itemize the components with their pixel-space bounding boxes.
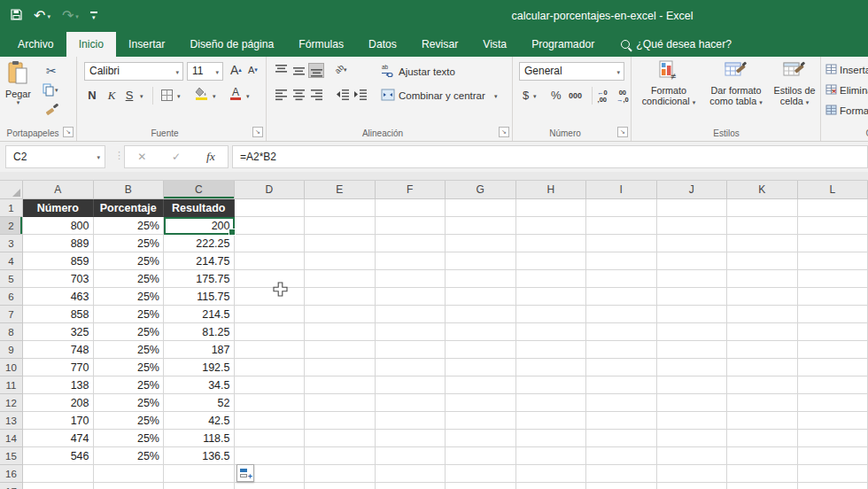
cell-B5[interactable]: 25% [94, 270, 165, 288]
cell-F15[interactable] [376, 447, 446, 465]
cell-I15[interactable] [586, 447, 657, 465]
name-box-dropdown-icon[interactable]: ▾ [97, 154, 100, 160]
cell-F7[interactable] [376, 306, 446, 323]
column-header-C[interactable]: C [164, 181, 235, 199]
cell-K4[interactable] [727, 252, 798, 270]
cell-H6[interactable] [516, 288, 587, 306]
cell-A1[interactable]: Número [23, 199, 94, 217]
cell-J1[interactable] [657, 199, 728, 217]
cell-A4[interactable]: 859 [23, 252, 94, 270]
cell-I7[interactable] [586, 306, 657, 323]
cell-H2[interactable] [516, 217, 587, 235]
column-header-K[interactable]: K [727, 181, 798, 199]
row-header-12[interactable]: 12 [0, 394, 23, 412]
cell-D11[interactable] [235, 376, 306, 394]
merge-center-dropdown-icon[interactable]: ▾ [494, 93, 498, 99]
cell-I16[interactable] [586, 465, 657, 483]
clipboard-dialog-launcher-icon[interactable]: ↘ [63, 127, 74, 137]
cell-E10[interactable] [305, 359, 376, 376]
formula-input[interactable]: =A2*B2 [232, 145, 868, 168]
cell-A7[interactable]: 858 [23, 306, 94, 323]
increase-font-size-icon[interactable]: A▴ [230, 63, 242, 77]
cell-L13[interactable] [798, 412, 868, 430]
cell-I12[interactable] [586, 394, 657, 412]
orientation-icon[interactable]: ab▾ [335, 65, 347, 74]
cell-E9[interactable] [305, 341, 376, 359]
name-box[interactable]: C2 ▾ [5, 145, 105, 168]
cell-E1[interactable] [305, 199, 376, 217]
cell-E2[interactable] [305, 217, 376, 235]
cell-A5[interactable]: 703 [23, 270, 94, 288]
row-header-10[interactable]: 10 [0, 359, 23, 376]
save-icon[interactable] [11, 8, 22, 24]
cell-L11[interactable] [798, 376, 868, 394]
cell-G10[interactable] [446, 359, 516, 376]
cell-J15[interactable] [657, 447, 728, 465]
number-dialog-launcher-icon[interactable]: ↘ [617, 127, 628, 137]
fill-color-dropdown-icon[interactable]: ▾ [213, 93, 216, 99]
cell-H9[interactable] [516, 341, 587, 359]
cell-D10[interactable] [235, 359, 306, 376]
cell-D3[interactable] [235, 235, 306, 252]
cell-K17[interactable] [727, 483, 798, 489]
cell-B8[interactable]: 25% [94, 323, 165, 341]
undo-dropdown-icon[interactable]: ▾ [47, 13, 50, 19]
cell-C3[interactable]: 222.25 [164, 235, 235, 252]
cell-D2[interactable] [235, 217, 306, 235]
decrease-indent-icon[interactable] [335, 87, 351, 102]
cell-F8[interactable] [376, 323, 446, 341]
currency-format-icon[interactable]: $ [523, 89, 529, 102]
tab-programador[interactable]: Programador [519, 32, 607, 57]
cell-B7[interactable]: 25% [94, 306, 165, 323]
cell-I2[interactable] [586, 217, 657, 235]
merge-center-label[interactable]: Combinar y centrar [399, 90, 485, 101]
tell-me-search[interactable]: ¿Qué desea hacer? [621, 32, 732, 57]
format-cells-label[interactable]: Formato [840, 105, 868, 116]
column-header-H[interactable]: H [516, 181, 587, 199]
column-header-E[interactable]: E [305, 181, 376, 199]
cell-B9[interactable]: 25% [94, 341, 165, 359]
cell-I10[interactable] [586, 359, 657, 376]
tab-archivo[interactable]: Archivo [5, 32, 66, 57]
comma-style-icon[interactable]: 000 [569, 91, 582, 100]
cell-D17[interactable] [235, 483, 306, 489]
cell-E11[interactable] [305, 376, 376, 394]
copy-icon[interactable]: ▾ [43, 83, 58, 97]
cell-G14[interactable] [446, 430, 516, 447]
cell-C16[interactable] [164, 465, 235, 483]
cell-I17[interactable] [586, 483, 657, 489]
cell-L7[interactable] [798, 306, 868, 323]
cell-E17[interactable] [305, 483, 376, 489]
cell-K11[interactable] [727, 376, 798, 394]
cell-J2[interactable] [657, 217, 728, 235]
cell-E15[interactable] [305, 447, 376, 465]
align-top-icon[interactable] [273, 63, 289, 78]
cell-B4[interactable]: 25% [94, 252, 165, 270]
cell-J6[interactable] [657, 288, 728, 306]
cell-J8[interactable] [657, 323, 728, 341]
cell-L8[interactable] [798, 323, 868, 341]
cell-E13[interactable] [305, 412, 376, 430]
currency-dropdown-icon[interactable]: ▾ [533, 93, 537, 99]
cell-I5[interactable] [586, 270, 657, 288]
bold-button[interactable]: N [85, 89, 99, 102]
cell-C9[interactable]: 187 [164, 341, 235, 359]
cell-B13[interactable]: 25% [94, 412, 165, 430]
column-header-I[interactable]: I [586, 181, 657, 199]
cell-F3[interactable] [376, 235, 446, 252]
align-bottom-icon[interactable] [308, 63, 324, 78]
cell-C11[interactable]: 34.5 [164, 376, 235, 394]
cut-icon[interactable]: ✂ [46, 64, 57, 78]
cell-H14[interactable] [516, 430, 587, 447]
cell-K6[interactable] [727, 288, 798, 306]
cell-E7[interactable] [305, 306, 376, 323]
cell-H17[interactable] [516, 483, 587, 489]
cell-J5[interactable] [657, 270, 728, 288]
cell-G4[interactable] [446, 252, 516, 270]
cell-H1[interactable] [516, 199, 587, 217]
cell-E6[interactable] [305, 288, 376, 306]
cell-G3[interactable] [446, 235, 516, 252]
customize-quick-access-icon[interactable]: ▾ [90, 12, 97, 20]
align-middle-icon[interactable] [291, 63, 306, 78]
cell-D8[interactable] [235, 323, 306, 341]
